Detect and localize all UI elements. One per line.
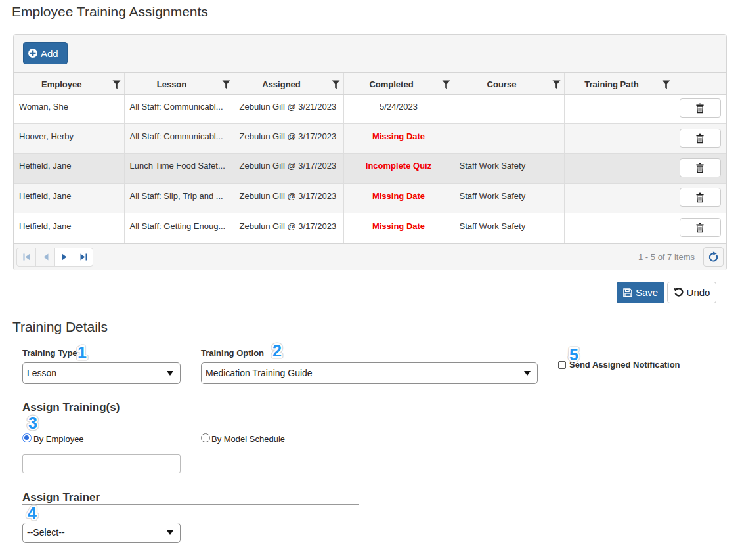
svg-text:3: 3 <box>28 414 37 432</box>
svg-text:1: 1 <box>77 343 87 362</box>
svg-text:2: 2 <box>272 341 282 360</box>
svg-text:4: 4 <box>28 504 37 522</box>
